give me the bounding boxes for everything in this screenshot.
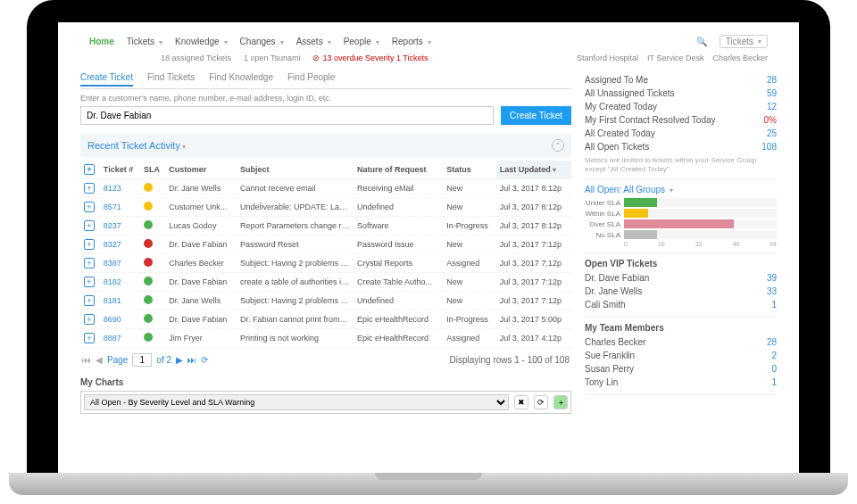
list-item[interactable]: Dr. Jane Wells33 [585,285,777,298]
first-page-icon[interactable]: ⏮ [82,355,91,365]
table-row[interactable]: +8327Dr. Dave FabianPassword ResetPasswo… [80,235,571,254]
assigned-count[interactable]: 18 assigned Tickets [161,54,231,62]
tab-create-ticket[interactable]: Create Ticket [80,70,133,87]
nav-home[interactable]: Home [89,37,114,46]
metric-value: 25 [767,128,777,138]
cell: Undeliverable: UPDATE: Law Firm LLP Noti… [237,198,354,217]
recent-activity-header[interactable]: Recent Ticket Activity ˄ [80,134,571,157]
expand-icon[interactable]: + [84,333,95,343]
expand-all-icon[interactable]: + [84,164,95,175]
col-customer[interactable]: Customer [165,161,237,179]
cell: In-Progress [443,217,496,235]
table-row[interactable]: +8571Customer Unk...Undeliverable: UPDAT… [80,198,571,217]
tab-find-knowledge[interactable]: Find Knowledge [209,70,273,87]
col-nature-of-request[interactable]: Nature of Request [354,161,443,179]
metric-value: 108 [761,142,777,152]
chart-refresh-icon[interactable]: ⟳ [534,395,548,409]
nav-assets[interactable]: Assets [296,37,331,46]
list-item[interactable]: Cali Smith1 [585,298,777,311]
overdue-warning[interactable]: ⊘ 13 overdue Severity 1 Tickets [312,54,428,62]
metric-row[interactable]: All Unassigned Tickets59 [585,87,777,100]
ticket-id[interactable]: 8237 [104,221,121,230]
open-tsunami[interactable]: 1 open Tsunami [244,54,300,62]
col-expand[interactable]: + [80,161,100,179]
table-row[interactable]: +8237Lucas GodoyReport Parameters change… [80,217,571,235]
list-item[interactable]: Charles Becker28 [585,335,777,349]
col-subject[interactable]: Subject [237,161,354,179]
col-status[interactable]: Status [443,161,496,179]
col-ticket-[interactable]: Ticket # [100,161,140,179]
context-org[interactable]: Stanford Hospital [577,54,638,62]
table-row[interactable]: +8123Dr. Jane WellsCannot receive emailR… [80,179,571,198]
expand-icon[interactable]: + [84,314,95,325]
ticket-id[interactable]: 8387 [104,259,121,268]
table-row[interactable]: +8690Dr. Dave FabianDr. Fabian cannot pr… [80,310,571,329]
expand-icon[interactable]: + [84,258,95,269]
chart-delete-icon[interactable]: ✖ [514,395,528,409]
expand-icon[interactable]: + [84,183,95,194]
table-row[interactable]: +8182Dr. Dave Fabiancreate a table of au… [80,273,571,292]
last-page-icon[interactable]: ⏭ [187,355,196,365]
expand-icon[interactable]: + [84,239,95,250]
collapse-icon[interactable]: ˄ [552,139,564,152]
context-user[interactable]: Charles Becker [712,54,768,62]
expand-icon[interactable]: + [84,202,95,212]
ticket-id[interactable]: 8327 [104,240,121,249]
nav-people[interactable]: People [344,37,379,46]
prev-page-icon[interactable]: ◀ [96,355,103,365]
cell: Lucas Godoy [165,217,237,235]
search-icon[interactable]: 🔍 [696,37,707,46]
tab-find-people[interactable]: Find People [287,70,335,87]
nav-reports[interactable]: Reports [392,37,431,46]
chart-select[interactable]: All Open - By Severity Level and SLA War… [84,394,509,410]
next-page-icon[interactable]: ▶ [176,355,183,365]
page-input[interactable] [132,353,152,367]
ticket-id[interactable]: 8887 [104,334,121,343]
metric-row[interactable]: My Created Today12 [585,100,777,113]
search-scope-select[interactable]: Tickets [720,35,768,48]
ticket-id[interactable]: 8182 [104,277,121,286]
col-last-updated[interactable]: Last Updated [496,161,571,179]
tab-find-tickets[interactable]: Find Tickets [147,70,195,87]
nav-changes[interactable]: Changes [240,37,284,46]
refresh-icon[interactable]: ⟳ [201,355,208,365]
create-ticket-button[interactable]: Create Ticket [501,106,571,125]
metric-value: 0% [764,115,777,125]
table-row[interactable]: +8887Jim FryerPrinting is not workingEpi… [80,329,571,348]
cell: Password Reset [237,235,354,254]
ticket-id[interactable]: 8571 [104,202,121,211]
item-value: 0 [771,364,777,374]
nav-knowledge[interactable]: Knowledge [175,37,227,46]
col-sla[interactable]: SLA [140,161,165,179]
cell: Customer Unk... [165,198,237,217]
expand-icon[interactable]: + [84,220,95,231]
metric-row[interactable]: All Open Tickets108 [585,140,777,153]
metric-row[interactable]: Assigned To Me28 [585,73,777,87]
list-item[interactable]: Sue Franklin2 [585,349,777,362]
table-row[interactable]: +8387Charles BeckerSubject: Having 2 pro… [80,254,571,273]
table-row[interactable]: +8181Dr. Jane WellsSubject: Having 2 pro… [80,292,571,310]
sla-category-label: Over SLA [585,220,620,228]
list-item[interactable]: Dr. Dave Fabian39 [585,271,777,285]
list-item[interactable]: Susan Perry0 [585,362,777,376]
list-item[interactable]: Tony Lin1 [585,376,777,389]
sla-bar[interactable] [624,209,648,218]
cell: Jul 3, 2017 7:12p [496,292,571,310]
sla-title[interactable]: All Open: All Groups [585,185,777,194]
expand-icon[interactable]: + [84,277,95,287]
sla-bar[interactable] [624,219,734,228]
metric-row[interactable]: All Created Today25 [585,127,777,140]
metric-row[interactable]: My First Contact Resolved Today0% [585,113,777,127]
row-display: Displaying rows 1 - 100 of 108 [449,355,570,365]
sla-bar[interactable] [624,230,657,239]
context-group[interactable]: IT Service Desk [647,54,703,62]
ticket-id[interactable]: 8123 [104,184,121,193]
ticket-id[interactable]: 8690 [104,315,121,324]
expand-icon[interactable]: + [84,295,95,306]
customer-search-input[interactable] [80,106,494,125]
ticket-id[interactable]: 8181 [104,296,121,305]
item-label: Susan Perry [585,364,634,374]
nav-tickets[interactable]: Tickets [127,37,162,46]
chart-add-icon[interactable]: ＋ [553,395,568,409]
sla-bar[interactable] [624,198,657,207]
